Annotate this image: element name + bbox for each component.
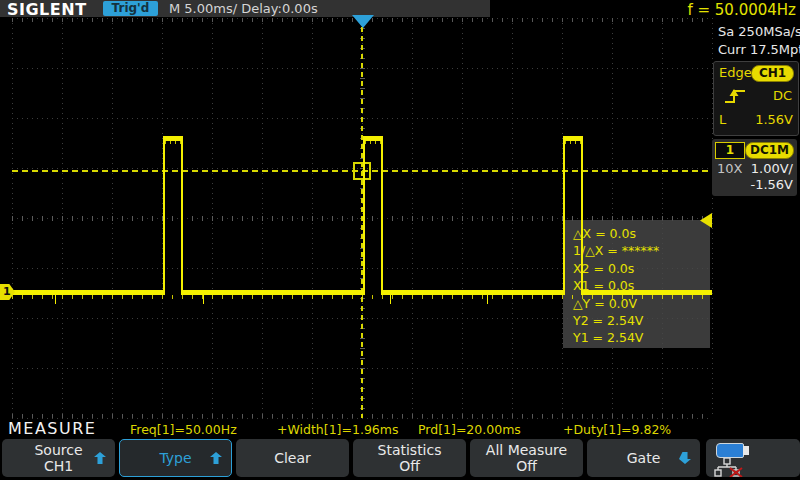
waveform-segment [181, 136, 183, 295]
rising-edge-icon [723, 87, 747, 105]
measurement-width: +Width[1]=1.96ms [277, 422, 399, 437]
waveform-noise [12, 295, 712, 299]
waveform-segment [563, 136, 565, 295]
waveform-noise [165, 141, 181, 144]
frequency-counter: f = 50.0004Hz [687, 1, 796, 19]
waveform-noise-spike [390, 295, 391, 304]
statistics-label: Statistics [378, 442, 442, 458]
trigger-coupling-label: DC [773, 88, 792, 103]
trigger-type-label: Edge [719, 65, 752, 80]
type-label: Type [159, 450, 191, 466]
menu-button-gate[interactable]: Gate [587, 439, 700, 477]
submenu-up-arrow-icon [210, 452, 222, 464]
trigger-status-badge: Trig'd [103, 1, 158, 16]
trigger-level-label: L [719, 112, 726, 127]
oscilloscope-screen: SIGLENT Trig'd M 5.00ms/ Delay:0.00s f =… [0, 0, 800, 480]
menu-button-source[interactable]: Source CH1 [2, 439, 115, 477]
menu-button-type[interactable]: Type [119, 439, 232, 477]
probe-attenuation-label: 10X [717, 161, 742, 176]
waveform-segment [363, 136, 365, 295]
clear-label: Clear [274, 450, 311, 466]
cursor-inv-delta-x: 1/△X = ****** [573, 242, 710, 259]
trigger-info-panel[interactable]: Edge CH1 DC L 1.56V [713, 61, 799, 136]
measurement-duty: +Duty[1]=9.82% [563, 422, 671, 437]
menu-button-clear[interactable]: Clear [236, 439, 349, 477]
measure-title: MEASURE [8, 419, 96, 438]
waveform-noise [565, 141, 581, 144]
channel-offset-readout: -1.56V [750, 177, 793, 192]
channel-coupling-badge: DC1M [745, 142, 794, 159]
all-measure-value: Off [516, 458, 537, 474]
trigger-level-value: 1.56V [755, 112, 793, 127]
source-value: CH1 [44, 458, 73, 474]
trigger-source-badge: CH1 [751, 65, 794, 82]
top-status-bar: SIGLENT Trig'd M 5.00ms/ Delay:0.00s f =… [0, 0, 800, 18]
channel1-info-panel[interactable]: 1 DC1M 10X 1.00V/ -1.56V [712, 139, 797, 196]
submenu-up-arrow-icon [94, 452, 106, 464]
source-label: Source [34, 442, 82, 458]
waveform-segment [581, 136, 583, 295]
menu-button-statistics[interactable]: Statistics Off [353, 439, 466, 477]
waveform-noise [365, 141, 381, 144]
statistics-value: Off [399, 458, 420, 474]
measurement-period: Prd[1]=20.00ms [418, 422, 521, 437]
channel-scale-readout: 1.00V/ [751, 161, 793, 176]
cursor-y2: Y2 = 2.54V [573, 312, 710, 329]
usb-device-icon [716, 443, 744, 458]
cursor-intersection-marker[interactable] [353, 162, 371, 180]
sample-rate-readout: Sa 250MSa/s [718, 24, 800, 39]
right-sidebar: Sa 250MSa/s Curr 17.5Mpts Edge CH1 DC L … [712, 18, 800, 418]
measure-bar: MEASURE Freq[1]=50.00Hz +Width[1]=1.96ms… [0, 419, 712, 437]
siglent-logo: SIGLENT [7, 0, 87, 19]
softkey-menu: Source CH1 Type Clear Statistics Off All… [0, 439, 800, 477]
cursor-x2: X2 = 0.0s [573, 260, 710, 277]
timebase-readout[interactable]: M 5.00ms/ Delay:0.00s [169, 1, 318, 16]
gate-label: Gate [627, 450, 661, 466]
waveform-segment [163, 136, 165, 295]
waveform-display-area[interactable]: △X = 0.0s 1/△X = ****** X2 = 0.0s X1 = 0… [0, 18, 712, 418]
channel-number-badge: 1 [715, 142, 745, 159]
all-measure-label: All Measure [486, 442, 567, 458]
cursor-y1: Y1 = 2.54V [573, 329, 710, 346]
measurement-freq: Freq[1]=50.00Hz [130, 422, 237, 437]
cursor-readout-panel: △X = 0.0s 1/△X = ****** X2 = 0.0s X1 = 0… [563, 220, 710, 348]
status-icons-block [706, 439, 800, 477]
waveform-noise-spike [487, 295, 488, 304]
waveform-noise-spike [203, 295, 204, 304]
cursor-delta-x: △X = 0.0s [573, 225, 710, 242]
memory-depth-readout: Curr 17.5Mpts [718, 42, 800, 57]
submenu-down-arrow-icon [679, 452, 691, 464]
waveform-segment [381, 136, 383, 295]
menu-button-all-measure[interactable]: All Measure Off [470, 439, 583, 477]
waveform-noise-spike [55, 295, 56, 304]
lan-disconnected-icon [714, 457, 744, 477]
